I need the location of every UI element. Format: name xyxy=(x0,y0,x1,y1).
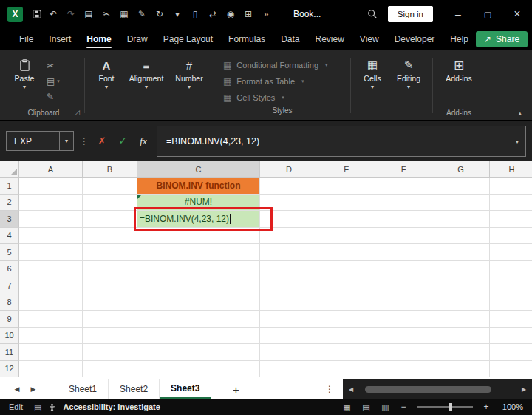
swap-icon[interactable]: ⇄ xyxy=(205,5,221,23)
search-icon[interactable] xyxy=(363,5,382,23)
cell-b2[interactable] xyxy=(83,195,137,212)
document-icon[interactable]: ▯ xyxy=(187,5,203,23)
cell-d7[interactable] xyxy=(260,277,318,294)
format-painter-button[interactable]: ✎ xyxy=(43,91,64,103)
cell-d4[interactable] xyxy=(260,228,318,245)
cell-e7[interactable] xyxy=(318,277,375,294)
row-header-5[interactable]: 5 xyxy=(0,244,19,261)
cell-a10[interactable] xyxy=(19,328,83,345)
cell-g10[interactable] xyxy=(432,328,490,345)
cancel-button[interactable]: ✗ xyxy=(95,135,109,146)
cell-d11[interactable] xyxy=(260,344,318,361)
tab-help[interactable]: Help xyxy=(443,28,476,50)
column-header-h[interactable]: H xyxy=(490,161,532,178)
cell-d10[interactable] xyxy=(260,328,318,345)
tab-data[interactable]: Data xyxy=(273,28,307,50)
cell-a2[interactable] xyxy=(19,195,83,212)
column-header-a[interactable]: A xyxy=(19,161,83,178)
cell-a9[interactable] xyxy=(19,311,83,328)
tab-developer[interactable]: Developer xyxy=(387,28,443,50)
tab-insert[interactable]: Insert xyxy=(41,28,78,50)
cell-e5[interactable] xyxy=(318,244,375,261)
cell-c3[interactable]: =BINOM.INV(4,23, 12) xyxy=(137,211,260,228)
cell-g8[interactable] xyxy=(432,294,490,311)
column-header-f[interactable]: F xyxy=(375,161,432,178)
cell-f6[interactable] xyxy=(375,261,432,278)
tab-home[interactable]: Home xyxy=(79,28,118,50)
cell-c10[interactable] xyxy=(137,328,260,345)
cell-a1[interactable] xyxy=(19,178,83,195)
cell-g6[interactable] xyxy=(432,261,490,278)
refresh-icon[interactable]: ↻ xyxy=(151,5,168,23)
cell-a7[interactable] xyxy=(19,277,83,294)
sheet-tab-sheet3[interactable]: Sheet3 xyxy=(160,379,211,399)
row-header-8[interactable]: 8 xyxy=(0,294,19,311)
cell-a12[interactable] xyxy=(19,361,83,378)
cell-c4[interactable] xyxy=(137,228,260,245)
column-header-g[interactable]: G xyxy=(432,161,490,178)
copy-button[interactable]: ▤▾ xyxy=(43,75,64,87)
sheet-tab-sheet1[interactable]: Sheet1 xyxy=(58,379,109,399)
row-header-4[interactable]: 4 xyxy=(0,228,19,245)
cell-d5[interactable] xyxy=(260,244,318,261)
cell-b12[interactable] xyxy=(83,361,137,378)
cell-e12[interactable] xyxy=(318,361,375,378)
cell-f9[interactable] xyxy=(375,311,432,328)
chevron-down-icon[interactable]: ▾ xyxy=(169,5,185,23)
format-painter-icon[interactable]: ✎ xyxy=(134,5,150,23)
accessibility-status[interactable]: Accessibility: Investigate xyxy=(63,402,160,411)
cut-button[interactable]: ✂ xyxy=(43,60,64,72)
save-icon[interactable] xyxy=(29,5,45,23)
excel-logo-icon[interactable]: X xyxy=(7,7,23,22)
scrollbar-thumb[interactable] xyxy=(365,386,491,393)
cell-e11[interactable] xyxy=(318,344,375,361)
cell-c9[interactable] xyxy=(137,311,260,328)
cell-f12[interactable] xyxy=(375,361,432,378)
close-button[interactable]: × xyxy=(502,0,532,28)
cell-g3[interactable] xyxy=(432,211,490,228)
cell-b5[interactable] xyxy=(83,244,137,261)
cell-e3[interactable] xyxy=(318,211,375,228)
cell-e8[interactable] xyxy=(318,294,375,311)
enter-button[interactable]: ✓ xyxy=(115,135,130,146)
row-header-12[interactable]: 12 xyxy=(0,361,19,378)
horizontal-scrollbar[interactable]: ◀ ▶ xyxy=(343,379,532,399)
row-header-6[interactable]: 6 xyxy=(0,261,19,278)
alignment-button[interactable]: ≡ Alignment ▾ xyxy=(123,53,169,90)
sheet-nav-left-icon[interactable]: ◀ xyxy=(9,379,25,399)
chart-icon[interactable]: ▦ xyxy=(116,5,132,23)
cell-e1[interactable] xyxy=(318,178,375,195)
column-header-b[interactable]: B xyxy=(83,161,137,178)
cell-c1[interactable]: BINOM.INV function xyxy=(137,178,260,195)
row-header-9[interactable]: 9 xyxy=(0,311,19,328)
cell-a4[interactable] xyxy=(19,228,83,245)
formula-input[interactable]: =BINOM.INV(4,23, 12) ▾ xyxy=(157,126,526,157)
expand-formula-bar-icon[interactable]: ▾ xyxy=(516,138,519,144)
cell-a3[interactable] xyxy=(19,211,83,228)
scroll-left-icon[interactable]: ◀ xyxy=(347,386,355,393)
column-header-e[interactable]: E xyxy=(318,161,375,178)
cell-g5[interactable] xyxy=(432,244,490,261)
ribbon-item-conditional-formatting[interactable]: ▦Conditional Formatting▾ xyxy=(219,58,346,72)
cell-d3[interactable] xyxy=(260,211,318,228)
cell-b4[interactable] xyxy=(83,228,137,245)
page-break-view-button[interactable]: ▥ xyxy=(379,402,392,412)
cell-b1[interactable] xyxy=(83,178,137,195)
cell-a6[interactable] xyxy=(19,261,83,278)
zoom-level[interactable]: 100% xyxy=(498,402,523,411)
cell-e6[interactable] xyxy=(318,261,375,278)
cell-f10[interactable] xyxy=(375,328,432,345)
cell-f1[interactable] xyxy=(375,178,432,195)
tab-view[interactable]: View xyxy=(352,28,386,50)
name-box[interactable]: EXP ▾ xyxy=(6,131,74,151)
cell-g12[interactable] xyxy=(432,361,490,378)
sheet-tab-sheet2[interactable]: Sheet2 xyxy=(109,379,160,399)
cell-d2[interactable] xyxy=(260,195,318,212)
cell-d9[interactable] xyxy=(260,311,318,328)
cell-h3[interactable] xyxy=(490,211,532,228)
row-header-1[interactable]: 1 xyxy=(0,178,19,195)
cell-c7[interactable] xyxy=(137,277,260,294)
tab-formulas[interactable]: Formulas xyxy=(221,28,273,50)
cell-b9[interactable] xyxy=(83,311,137,328)
font-button[interactable]: A Font ▾ xyxy=(89,53,123,90)
